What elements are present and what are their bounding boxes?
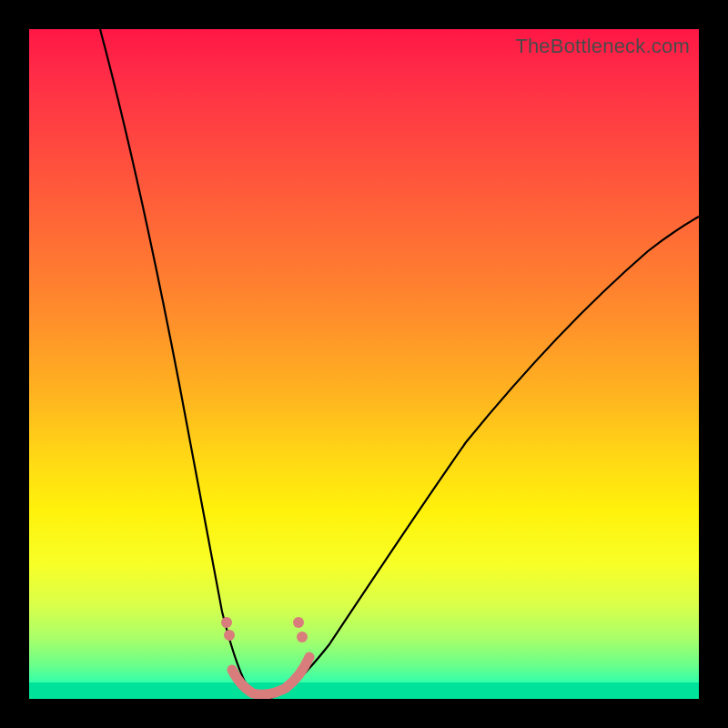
marker-dot [293, 617, 304, 628]
optimal-range-marker [232, 657, 309, 694]
chart-frame: TheBottleneck.com [0, 0, 728, 728]
bottleneck-curve-left [100, 29, 268, 699]
curves-layer [29, 29, 699, 699]
marker-dot [224, 630, 235, 641]
plot-area: TheBottleneck.com [29, 29, 699, 699]
marker-dot [221, 617, 232, 628]
bottleneck-curve-right [268, 217, 699, 699]
marker-dot [297, 632, 308, 642]
